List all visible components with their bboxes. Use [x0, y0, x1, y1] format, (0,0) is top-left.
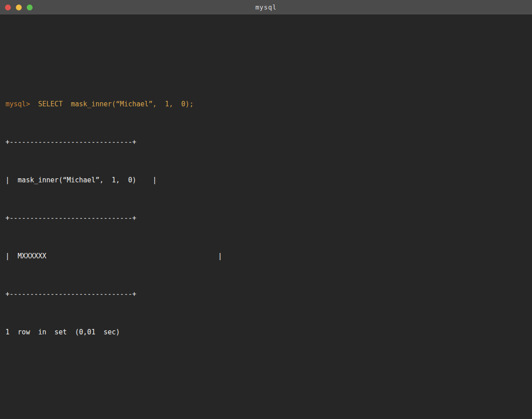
- table-bottom-border: +------------------------------+: [5, 288, 527, 300]
- sql-query: SELECT mask_inner(“Michael”, 1, 0);: [30, 100, 193, 108]
- mysql-prompt: mysql>: [5, 100, 30, 108]
- table-result-row: | MXXXXXX |: [5, 250, 527, 262]
- window-title: mysql: [255, 4, 277, 11]
- close-button[interactable]: [5, 5, 11, 10]
- status-line: 1 row in set (0,01 sec): [5, 326, 527, 338]
- table-header-row: | mask_inner(“Michael”, 1, 0) |: [5, 174, 527, 186]
- table-mid-border: +------------------------------+: [5, 212, 527, 224]
- query-line: mysql> SELECT mask_inner(“Michael”, 1, 0…: [5, 98, 527, 110]
- traffic-lights: [5, 0, 33, 14]
- table-top-border: +------------------------------+: [5, 136, 527, 148]
- window-titlebar: mysql: [0, 0, 532, 14]
- zoom-button[interactable]: [27, 5, 33, 10]
- minimize-button[interactable]: [16, 5, 22, 10]
- terminal-screen[interactable]: mysql> SELECT mask_inner(“Michael”, 1, 0…: [0, 14, 532, 419]
- terminal-window: mysql mysql> SELECT mask_inner(“Michael”…: [0, 0, 532, 419]
- query-block-1: mysql> SELECT mask_inner(“Michael”, 1, 0…: [5, 72, 527, 364]
